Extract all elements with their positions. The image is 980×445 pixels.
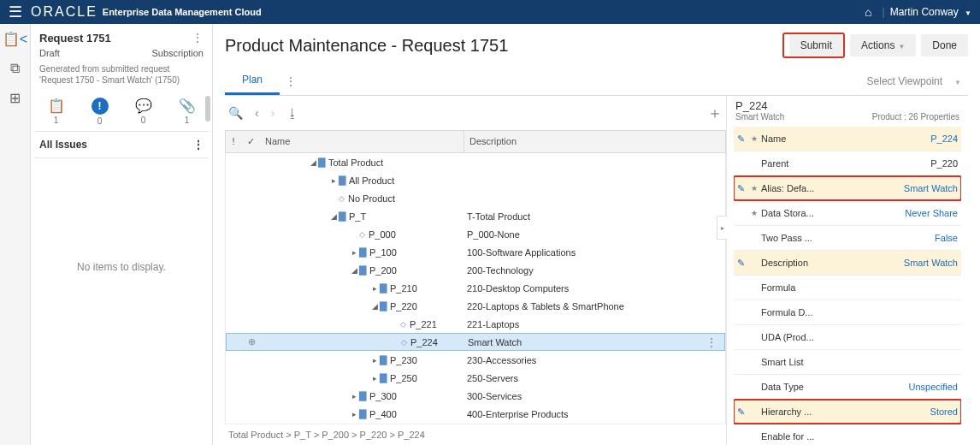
viewpoint-select[interactable]: Select Viewpoint▼: [867, 75, 968, 87]
edit-icon[interactable]: ✎: [737, 183, 751, 194]
panel-collapse-icon[interactable]: ▸: [717, 216, 727, 240]
property-row[interactable]: ✎★Alias: Defa...Smart Watch: [734, 176, 961, 201]
node-name: No Product: [348, 193, 395, 204]
node-name: P_224: [410, 337, 438, 347]
tab-menu-icon[interactable]: ⋮: [280, 74, 302, 88]
expand-icon[interactable]: ◢: [349, 266, 359, 275]
attachments-icon[interactable]: 📎: [179, 98, 196, 114]
expand-icon[interactable]: ◢: [369, 302, 380, 311]
submit-button[interactable]: Submit: [789, 34, 843, 56]
edit-icon[interactable]: ✎: [737, 258, 751, 269]
nav-forward-icon: ›: [271, 106, 275, 120]
tree-row[interactable]: ◇P_000P_000-None: [226, 225, 725, 243]
scroll-thumb[interactable]: [205, 96, 210, 122]
expand-icon[interactable]: ▸: [369, 356, 380, 365]
download-icon[interactable]: ⭳: [286, 106, 298, 120]
diamond-icon: ◇: [359, 230, 365, 239]
node-desc: 210-Desktop Computers: [467, 283, 569, 294]
row-menu-icon[interactable]: ⋮: [705, 335, 717, 349]
tree-row[interactable]: ◇P_221221-Laptops: [226, 315, 725, 333]
actions-button[interactable]: Actions▼: [850, 34, 916, 56]
rail-layout-icon[interactable]: ⧉: [10, 61, 20, 76]
add-icon[interactable]: ＋: [707, 103, 723, 123]
col-flag[interactable]: !: [226, 131, 241, 152]
prop-value[interactable]: Unspecified: [909, 382, 958, 392]
edit-icon[interactable]: ✎: [737, 134, 751, 145]
tree-row[interactable]: ▸▇P_230230-Accessories: [226, 351, 725, 369]
property-row[interactable]: Formula D...: [734, 300, 961, 325]
expand-icon[interactable]: ◢: [328, 212, 339, 221]
rail-grid-icon[interactable]: ⊞: [9, 90, 21, 106]
issues-badge-icon[interactable]: !: [92, 98, 109, 115]
request-type: Subscription: [151, 48, 204, 58]
property-row[interactable]: Enable for ...: [734, 424, 961, 445]
diamond-icon: ◇: [400, 320, 406, 329]
issues-menu-icon[interactable]: ⋮: [193, 139, 204, 151]
prop-value[interactable]: P_224: [930, 134, 958, 144]
prop-value[interactable]: Stored: [930, 406, 958, 417]
search-icon[interactable]: 🔍: [228, 106, 243, 120]
property-row[interactable]: ✎★NameP_224: [734, 127, 961, 151]
tree-row[interactable]: ◢▇P_TT-Total Product: [226, 207, 725, 225]
prop-label: Alias: Defa...: [759, 183, 904, 193]
tree-row[interactable]: ▸▇P_100100-Software Applications: [226, 243, 725, 261]
expand-icon[interactable]: ▸: [349, 248, 359, 257]
property-row[interactable]: ✎Hierarchy ...Stored: [734, 400, 961, 424]
tab-plan[interactable]: Plan: [225, 67, 280, 95]
prop-value[interactable]: Smart Watch: [904, 183, 958, 193]
expand-icon[interactable]: ▸: [349, 392, 359, 400]
tree-panel: 🔍 ‹ › ⭳ ＋ ! ✓ Name Description ◢▇Total P…: [225, 96, 727, 445]
edit-icon[interactable]: ✎: [737, 406, 751, 418]
prop-label: Smart List: [759, 357, 958, 367]
prop-label: Formula: [759, 282, 958, 293]
comments-icon[interactable]: 💬: [135, 98, 152, 114]
tree-row[interactable]: ⊕◇P_224⋮Smart Watch: [226, 333, 725, 351]
col-name[interactable]: Name: [260, 131, 463, 152]
property-row[interactable]: ★Data Stora...Never Share: [734, 201, 961, 226]
tree-row[interactable]: ◢▇P_220220-Laptops & Tablets & SmartPhon…: [226, 297, 725, 315]
tree-row[interactable]: ▸▇P_250250-Servers: [226, 369, 725, 387]
properties-panel: P_224 Smart Watch Product : 26 Propertie…: [727, 96, 968, 445]
col-desc[interactable]: Description: [463, 131, 725, 152]
node-desc: 200-Technology: [467, 265, 534, 276]
property-row[interactable]: ✎DescriptionSmart Watch: [734, 251, 961, 276]
property-row[interactable]: Smart List: [734, 350, 961, 375]
prop-value[interactable]: Smart Watch: [904, 258, 958, 268]
nav-back-icon[interactable]: ‹: [255, 106, 259, 120]
menu-icon[interactable]: ☰: [9, 3, 31, 21]
expand-icon[interactable]: ▸: [349, 410, 359, 418]
property-row[interactable]: Data TypeUnspecified: [734, 375, 961, 400]
breadcrumb: Total Product > P_T > P_200 > P_220 > P_…: [225, 424, 726, 445]
property-row[interactable]: Two Pass ...False: [734, 226, 961, 251]
tree-row[interactable]: ▸▇P_400400-Enterprise Products: [226, 405, 725, 423]
tree-row[interactable]: ◢▇Total Product: [226, 153, 725, 171]
col-check[interactable]: ✓: [241, 131, 260, 152]
node-name: Total Product: [328, 157, 383, 168]
home-icon[interactable]: ⌂: [865, 5, 871, 19]
expand-icon[interactable]: ▸: [369, 374, 380, 383]
done-button[interactable]: Done: [921, 34, 968, 56]
row-add-icon[interactable]: ⊕: [242, 336, 261, 347]
tree-row[interactable]: ▸▇P_210210-Desktop Computers: [226, 279, 725, 297]
expand-icon[interactable]: ◢: [308, 158, 318, 167]
tree-row[interactable]: ◇No Product: [226, 189, 725, 207]
prop-label: UDA (Prod...: [759, 332, 958, 342]
rail-request-icon[interactable]: 📋<: [3, 31, 27, 47]
prop-value[interactable]: False: [935, 233, 958, 243]
folder-icon: ▇: [380, 372, 387, 383]
tree-row[interactable]: ▸▇P_300300-Services: [226, 387, 725, 405]
expand-icon[interactable]: ▸: [328, 176, 339, 185]
tree-row[interactable]: ▸▇All Product: [226, 171, 725, 189]
user-menu[interactable]: Martin Conway ▼: [890, 6, 971, 18]
property-row[interactable]: UDA (Prod...: [734, 325, 961, 350]
expand-icon[interactable]: ▸: [369, 284, 380, 293]
clipboard-icon[interactable]: 📋: [48, 98, 65, 114]
property-row[interactable]: Formula: [734, 276, 961, 300]
property-row[interactable]: ParentP_220: [734, 151, 961, 176]
prop-label: Formula D...: [759, 307, 958, 317]
folder-icon: ▇: [359, 264, 366, 276]
request-menu-icon[interactable]: ⋮: [192, 31, 204, 44]
tree-row[interactable]: ◢▇P_200200-Technology: [226, 261, 725, 279]
prop-value[interactable]: Never Share: [905, 208, 958, 218]
folder-icon: ▇: [339, 211, 345, 222]
